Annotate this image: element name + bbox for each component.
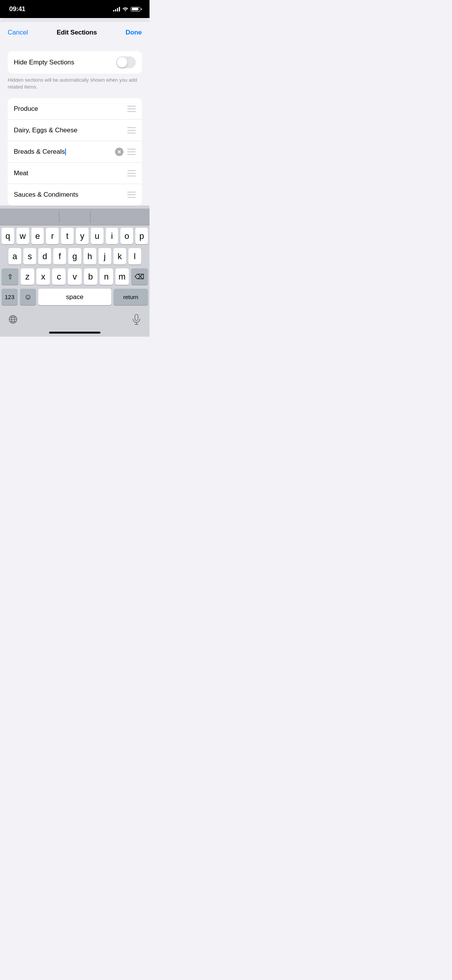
key-row-2: a s d f g h j k l (2, 248, 148, 265)
key-p[interactable]: p (135, 228, 148, 244)
home-indicator (0, 332, 150, 337)
section-label-breads[interactable]: Breads & Cereals (14, 148, 115, 156)
microphone-icon[interactable] (131, 314, 142, 325)
key-w[interactable]: w (16, 228, 29, 244)
drag-handle-sauces[interactable] (127, 192, 136, 198)
status-bar: 09:41 (0, 0, 150, 18)
key-t[interactable]: t (61, 228, 74, 244)
key-f[interactable]: f (53, 248, 66, 265)
hide-empty-toggle[interactable] (116, 56, 136, 68)
battery-icon (131, 7, 140, 12)
clear-button-breads[interactable] (115, 148, 123, 156)
section-label-dairy[interactable]: Dairy, Eggs & Cheese (14, 127, 127, 134)
toolbar-divider-left (59, 211, 59, 223)
status-time: 09:41 (9, 5, 25, 13)
list-item: Sauces & Condiments (8, 184, 142, 206)
key-row-4: 123 ☺ space return (2, 289, 148, 305)
space-key[interactable]: space (38, 289, 111, 305)
globe-icon[interactable] (8, 314, 18, 325)
keyboard-toolbar (0, 209, 150, 225)
key-o[interactable]: o (120, 228, 133, 244)
toggle-label: Hide Empty Sections (14, 59, 74, 66)
sheet-peek (0, 18, 150, 22)
key-s[interactable]: s (23, 248, 36, 265)
keyboard-bottom (0, 311, 150, 332)
toggle-knob (117, 57, 127, 67)
list-item: Meat (8, 163, 142, 184)
delete-key[interactable]: ⌫ (131, 268, 148, 285)
home-bar (49, 332, 100, 334)
svg-rect-5 (135, 314, 138, 321)
toggle-hint: Hidden sections will be automatically sh… (8, 77, 142, 90)
list-item: Dairy, Eggs & Cheese (8, 120, 142, 141)
section-label-produce[interactable]: Produce (14, 105, 127, 113)
key-v[interactable]: v (68, 268, 81, 285)
keyboard: q w e r t y u i o p a s d f g h j k l ⇧ … (0, 206, 150, 337)
done-button[interactable]: Done (125, 29, 142, 36)
key-d[interactable]: d (38, 248, 51, 265)
key-z[interactable]: z (21, 268, 34, 285)
drag-handle-dairy[interactable] (127, 127, 136, 133)
key-n[interactable]: n (100, 268, 113, 285)
key-l[interactable]: l (128, 248, 141, 265)
shift-key[interactable]: ⇧ (2, 268, 18, 285)
key-y[interactable]: y (76, 228, 89, 244)
section-label-sauces[interactable]: Sauces & Condiments (14, 191, 127, 199)
nav-bar: Cancel Edit Sections Done (0, 22, 150, 43)
drag-handle-meat[interactable] (127, 170, 136, 176)
signal-icon (113, 7, 120, 12)
drag-handle-produce[interactable] (127, 106, 136, 112)
key-m[interactable]: m (115, 268, 129, 285)
hide-empty-sections-row: Hide Empty Sections (8, 51, 142, 74)
key-r[interactable]: r (46, 228, 59, 244)
key-row-1: q w e r t y u i o p (2, 228, 148, 244)
toolbar-divider-right (90, 211, 90, 223)
numbers-key[interactable]: 123 (2, 289, 18, 305)
key-e[interactable]: e (31, 228, 44, 244)
content-area: Hide Empty Sections Hidden sections will… (0, 43, 150, 206)
key-j[interactable]: j (99, 248, 111, 265)
key-a[interactable]: a (8, 248, 21, 265)
page-title: Edit Sections (57, 29, 97, 36)
key-u[interactable]: u (91, 228, 104, 244)
list-item: Produce (8, 98, 142, 120)
key-x[interactable]: x (36, 268, 50, 285)
emoji-key[interactable]: ☺ (20, 289, 36, 305)
sections-list: Produce Dairy, Eggs & Cheese Breads & Ce… (8, 98, 142, 206)
key-i[interactable]: i (106, 228, 118, 244)
key-b[interactable]: b (84, 268, 97, 285)
list-item: Breads & Cereals (8, 141, 142, 163)
key-k[interactable]: k (113, 248, 126, 265)
key-c[interactable]: c (52, 268, 66, 285)
drag-handle-breads[interactable] (127, 149, 136, 155)
key-h[interactable]: h (84, 248, 96, 265)
key-g[interactable]: g (68, 248, 81, 265)
return-key[interactable]: return (113, 289, 148, 305)
key-q[interactable]: q (2, 228, 14, 244)
status-icons (113, 6, 140, 13)
key-row-3: ⇧ z x c v b n m ⌫ (2, 268, 148, 285)
section-label-meat[interactable]: Meat (14, 169, 127, 177)
wifi-icon (122, 6, 128, 13)
cancel-button[interactable]: Cancel (8, 29, 28, 36)
keyboard-rows: q w e r t y u i o p a s d f g h j k l ⇧ … (0, 225, 150, 311)
